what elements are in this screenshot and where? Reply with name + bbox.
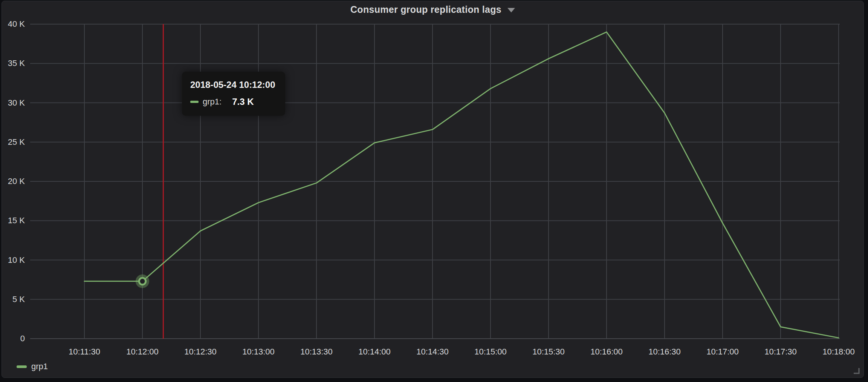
x-tick-label: 10:11:30 [69,347,100,357]
y-tick-label: 30 K [0,98,25,108]
tooltip-timestamp: 2018-05-24 10:12:00 [190,80,275,90]
y-tick-label: 5 K [0,295,25,304]
x-tick-label: 10:18:00 [822,347,855,357]
x-tick-label: 10:14:30 [416,347,449,357]
hover-point-marker [137,276,148,287]
y-tick-label: 40 K [0,19,25,29]
y-tick-label: 15 K [0,216,25,226]
line-chart[interactable] [0,0,868,382]
x-tick-label: 10:17:30 [764,347,797,357]
chart-tooltip: 2018-05-24 10:12:00 grp1: 7.3 K [182,72,285,116]
tooltip-series-color-dash [190,101,199,103]
x-tick-label: 10:17:00 [706,347,739,357]
y-tick-label: 25 K [0,137,25,147]
x-tick-label: 10:16:00 [590,347,623,357]
x-tick-label: 10:12:30 [184,347,217,357]
x-tick-label: 10:13:30 [300,347,333,357]
dashboard-background: { "panel": { "title": "Consumer group re… [0,0,868,382]
grid-lines [30,24,840,339]
x-tick-label: 10:13:00 [242,347,275,357]
x-tick-label: 10:12:00 [126,347,159,357]
x-tick-label: 10:16:30 [648,347,681,357]
x-tick-label: 10:14:00 [358,347,391,357]
legend-color-dash [17,365,27,368]
y-tick-label: 20 K [0,176,25,186]
tooltip-series-value: 7.3 K [232,97,254,107]
tooltip-series-name: grp1: [203,97,222,107]
y-tick-label: 35 K [0,58,25,68]
tooltip-series-row: grp1: 7.3 K [190,97,275,107]
y-tick-label: 10 K [0,255,25,265]
legend-item-grp1[interactable]: grp1 [17,362,48,371]
x-tick-label: 10:15:00 [474,347,507,357]
legend-label[interactable]: grp1 [31,362,48,371]
y-tick-label: 0 [0,334,25,344]
x-tick-label: 10:15:30 [532,347,565,357]
